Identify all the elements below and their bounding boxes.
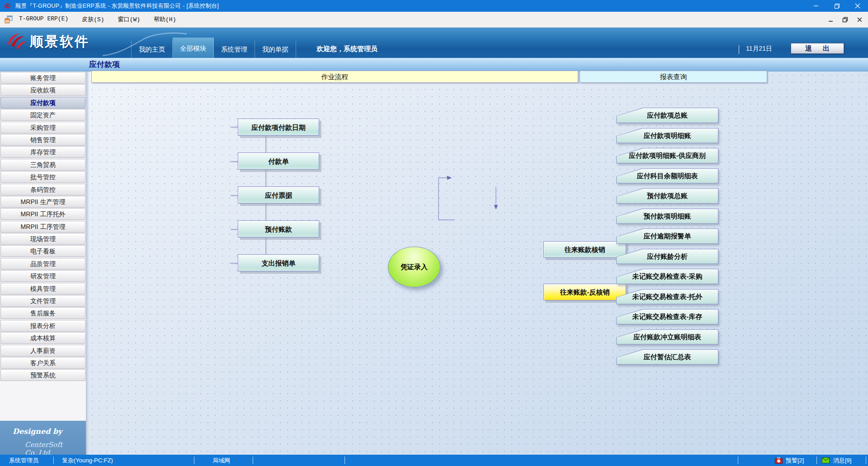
sidebar-item[interactable]: 库存管理 (0, 146, 85, 158)
sidebar-item[interactable]: 预警系统 (0, 369, 85, 381)
menu-item[interactable]: 窗口(W) (118, 15, 140, 24)
sidebar-item[interactable]: 成本核算 (0, 332, 85, 344)
flow-node-writeoff[interactable]: 往来账款核销 (543, 241, 626, 258)
sidebar-items: 账务管理应收款项应付款项固定资产采购管理销售管理库存管理三角贸易批号管控条码管控… (0, 71, 86, 381)
sidebar-item[interactable]: MRPII 工序管理 (0, 221, 85, 233)
flow-source-box[interactable]: 应付款项付款日期 (238, 119, 319, 136)
restore-icon[interactable] (826, 0, 847, 12)
flow-source-box[interactable]: 付款单 (238, 152, 319, 170)
page-title: 应付款项 (89, 59, 120, 70)
header-tab[interactable]: 全部模块 (173, 38, 214, 58)
report-button[interactable]: 应付款项总账 (616, 108, 718, 123)
status-separator (53, 456, 54, 464)
report-button[interactable]: 应付科目余额明细表 (616, 168, 718, 184)
sidebar-item[interactable]: 售后服务 (0, 307, 85, 319)
header-tab[interactable]: 我的主页 (132, 41, 173, 58)
report-button-label: 应付账款冲立账明细表 (617, 330, 718, 344)
sidebar-item[interactable]: 销售管理 (0, 134, 85, 146)
sidebar-footer: Designed by CenterSoft Co.,Ltd. (0, 421, 86, 455)
sidebar-item[interactable]: 模具管理 (0, 283, 85, 295)
status-separator (253, 456, 253, 464)
report-button-label: 应付逾期报警单 (617, 229, 718, 243)
sidebar-item[interactable]: 批号管控 (0, 171, 85, 183)
section-tab-workflow[interactable]: 作业流程 (91, 71, 578, 83)
close-icon[interactable] (847, 0, 868, 12)
sidebar-item[interactable]: 客户关系 (0, 357, 85, 369)
report-button-label: 应付款项总账 (617, 108, 718, 123)
report-button-label: 应付暂估汇总表 (617, 350, 718, 364)
status-messages[interactable]: 消息[9] (833, 456, 851, 464)
date-separator (739, 45, 739, 54)
report-button[interactable]: 预付款项总账 (616, 188, 718, 204)
report-button-label: 预付款项总账 (617, 189, 718, 203)
report-button[interactable]: 应付款项明细账 (616, 128, 718, 143)
report-button[interactable]: 未记账交易检查表-托外 (616, 289, 718, 304)
close-icon[interactable] (854, 15, 864, 24)
status-user: 系统管理员 (9, 456, 38, 464)
report-button-label: 应付款项明细账-供应商别 (617, 148, 718, 163)
minimize-icon[interactable] (806, 0, 826, 12)
header-date: 11月21日 (746, 45, 772, 53)
flow-source-box[interactable]: 预付账款 (238, 220, 319, 238)
report-button[interactable]: 应付逾期报警单 (616, 228, 718, 244)
status-separator (816, 456, 817, 464)
report-button-label: 应付款项明细账 (617, 128, 718, 143)
status-separator (344, 456, 345, 464)
flow-node-voucher-entry[interactable]: 凭证录入 (388, 247, 440, 287)
menu-item[interactable]: 帮助(H) (154, 15, 176, 24)
alert-icon (775, 457, 783, 464)
menu-item[interactable]: 皮肤(S) (82, 15, 104, 24)
report-button[interactable]: 应付暂估汇总表 (616, 349, 718, 365)
sidebar-item[interactable]: 应付款项 (0, 97, 85, 109)
sidebar-item[interactable]: 电子看板 (0, 245, 85, 257)
section-tab-reports[interactable]: 报表查询 (580, 71, 767, 83)
header-tab[interactable]: 我的单据 (255, 41, 296, 58)
app-logo-icon (4, 2, 12, 10)
sidebar-item[interactable]: MRPII 工序托外 (0, 208, 85, 220)
report-button[interactable]: 未记账交易检查表-采购 (616, 269, 718, 284)
status-separator (194, 456, 194, 464)
sidebar-item[interactable]: 现场管理 (0, 233, 85, 245)
sidebar-item[interactable]: 报表分析 (0, 320, 85, 332)
header-tab[interactable]: 系统管理 (214, 41, 255, 58)
sidebar-item[interactable]: 账务管理 (0, 72, 85, 84)
sidebar-item[interactable]: 固定资产 (0, 109, 85, 121)
sidebar-item[interactable]: 应收款项 (0, 84, 85, 96)
form-icon (5, 15, 13, 24)
flow-connectors (89, 71, 868, 455)
flow-source-box[interactable]: 支出报销单 (238, 254, 319, 271)
mdi-child-controls (826, 12, 864, 28)
report-button-label: 应付科目余额明细表 (617, 169, 718, 183)
sidebar-item[interactable]: 三角贸易 (0, 159, 85, 171)
header-band: 顺景软件 我的主页全部模块系统管理我的单据 欢迎您，系统管理员 11月21日 退… (0, 28, 868, 58)
report-button[interactable]: 未记账交易检查表-库存 (616, 309, 718, 324)
report-button-label: 未记账交易检查表-托外 (617, 290, 718, 304)
sidebar-item[interactable]: 品质管理 (0, 258, 85, 270)
sidebar-item[interactable]: 研发管理 (0, 270, 85, 282)
minimize-icon[interactable] (826, 15, 835, 24)
report-button-label: 未记账交易检查表-库存 (617, 309, 718, 324)
sidebar-item[interactable]: 采购管理 (0, 122, 85, 133)
sidebar-item[interactable]: 条码管控 (0, 184, 85, 195)
status-separator (866, 456, 866, 464)
brand-name: 顺景软件 (30, 33, 90, 51)
sidebar-item[interactable]: 文件管理 (0, 295, 85, 307)
brand-swoosh-icon (6, 30, 27, 53)
flow-node-reverse-writeoff[interactable]: 往来账款-反核销 (543, 284, 626, 300)
report-button[interactable]: 应付账款冲立账明细表 (616, 329, 718, 345)
report-button[interactable]: 应付款项明细账-供应商别 (616, 148, 718, 163)
status-alerts[interactable]: 预警[2] (786, 456, 804, 464)
report-button-label: 预付款项明细账 (617, 209, 718, 223)
exit-button[interactable]: 退 出 (791, 43, 844, 54)
window-titlebar: 顺景『T-GROUP』制造业ERP系统 - 东莞顺景软件科技有限公司 - [系统… (0, 0, 868, 12)
flow-source-box[interactable]: 应付票据 (238, 186, 319, 204)
sidebar-item[interactable]: 人事薪资 (0, 345, 85, 357)
report-button[interactable]: 预付款项明细账 (616, 209, 718, 224)
status-bar: 系统管理员 复杂(Young-PC:FZ) 局域网 预警[2] 消息[9] (0, 455, 868, 466)
menu-bar: T-GROUP ERP(E)皮肤(S)窗口(W)帮助(H) (0, 12, 868, 28)
sidebar-item[interactable]: MRPII 生产管理 (0, 196, 85, 208)
report-button[interactable]: 应付账龄分析 (616, 249, 718, 264)
restore-icon[interactable] (840, 15, 850, 24)
menu-items: T-GROUP ERP(E)皮肤(S)窗口(W)帮助(H) (19, 15, 176, 24)
menu-item[interactable]: T-GROUP ERP(E) (19, 15, 68, 24)
